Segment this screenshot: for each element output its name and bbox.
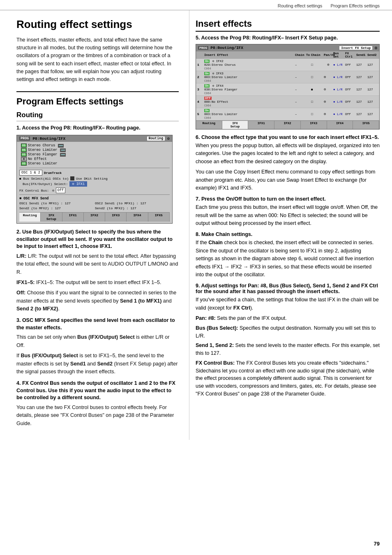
routing-device: PROG P8:Routing/IFX Routing ⚙ OS Stereo …	[16, 135, 173, 224]
effect-item-3: OS Stereo Flanger ━━	[21, 153, 170, 157]
ifx-tab-ifx5[interactable]: IFX5	[353, 121, 379, 129]
effect-box-2: OS	[21, 148, 27, 152]
rd-send-label: ■ OSC MFX Send	[19, 197, 170, 201]
effect-item-5: OS Stereo Limiter	[21, 162, 170, 166]
rd-tab-ifx5[interactable]: IFX5	[148, 213, 170, 222]
step-8-header: 8. Make Chain settings.	[196, 231, 380, 237]
rd-tab-ifx-setup[interactable]: IFXSetup	[41, 213, 62, 222]
rd-tab-dropdown[interactable]: Routing	[147, 136, 165, 141]
ifx-row-2: 2 On ⊙ IFX3 003:Stereo Limiter C064 – □ …	[196, 71, 379, 83]
ifx-tab-dropdown[interactable]: Insert FX Setup	[339, 46, 372, 50]
step-8: 8. Make Chain settings. If the Chain che…	[196, 231, 380, 279]
rd-osc-row-3: Bus(IFX/Output) Select: ⊙ IFX1	[19, 181, 170, 187]
rd-send-row-2: Send2 (to MFX2) : 127 Send2 (to MFX2) : …	[19, 206, 170, 210]
intro-text: The insert effects, master effects, and …	[16, 36, 179, 84]
ifx-row-1: 1 On ⊙ IFX2 029:Stereo Chorus C064 – □ ⊙…	[196, 59, 379, 71]
effect-name-3: Stereo Flanger	[28, 153, 57, 157]
step-7-header: 7. Press the On/Off button to turn on th…	[196, 196, 380, 202]
rd-tab-routing[interactable]: Routing	[19, 213, 41, 222]
ifx-header-left: PROG P8:Routing/IFX	[198, 45, 243, 51]
main-content: Routing effect settings The insert effec…	[0, 10, 392, 440]
effect-item-4: X No Effect	[21, 157, 170, 161]
effect-box-5: OS	[21, 162, 27, 166]
step-9-header: 9. Adjust settings for Pan: #8, Bus (Bus…	[196, 283, 380, 294]
effect-box-3: OS	[21, 153, 27, 157]
ifx-tab-ifx4[interactable]: IFX4	[327, 121, 353, 129]
ifx-on-2[interactable]: On	[204, 72, 210, 75]
rd-osc-row-2: ■ Bus Select(All OSCs to) Use DKit Setti…	[19, 176, 170, 180]
rd-tab-ifx2[interactable]: IFX2	[84, 213, 105, 222]
ifx-prog-tag: PROG	[198, 46, 208, 50]
step-7-content: Each time you press this button, the ins…	[196, 204, 380, 227]
page-title: Routing effect settings	[16, 18, 179, 30]
step-3-header: 3. OSC MFX Send specifies the send level…	[16, 317, 179, 331]
ifx-col-headers: Insert Effect Chain To Chain Pan/#8 Bus …	[196, 51, 379, 59]
step-2-body: L/R: L/R: The output will not be sent to…	[16, 252, 179, 313]
ifx-settings-icon[interactable]: ⚙	[374, 45, 377, 51]
rd-bus-btn[interactable]: ⊙ IFX1	[69, 181, 87, 187]
bus-term: Bus (Bus Select): Specifies the output d…	[196, 324, 380, 340]
ifx-row-5: 5 On 003:Stereo Limiter C064 – □ ⊙ ● L/R…	[196, 108, 379, 120]
step-4-body: You can use the two FX Control buses to …	[16, 404, 179, 428]
step-4: 4. FX Control Bus sends the output of os…	[16, 380, 179, 428]
rd-fx-ctrl-value: Off	[56, 187, 65, 193]
rd-tab-ifx1[interactable]: IFX1	[62, 213, 84, 222]
rd-tab-ifx3[interactable]: IFX3	[105, 213, 127, 222]
step-1-header: 1. Access the Prog P8: Routing/IFX– Rout…	[16, 125, 179, 132]
ifx-tab-routing[interactable]: Routing	[196, 121, 222, 129]
step-4-header: 4. FX Control Bus sends the output of os…	[16, 380, 179, 402]
effect-name-4: No Effect	[28, 157, 47, 161]
effect-name-1: Stereo Chorus	[28, 143, 55, 148]
ifx-on-3[interactable]: On	[204, 84, 210, 88]
rd-osc-row-1: OSC 1 & 2 DrumTrack	[19, 170, 170, 176]
ifx-tab-ifx3[interactable]: IFX3	[301, 121, 327, 129]
effect-box-4: X	[21, 157, 27, 161]
step-2: 2. Use Bus (IFX/Output) Select to specif…	[16, 229, 179, 313]
rd-tabs: Routing IFXSetup IFX1 IFX2 IFX3 IFX4 IFX…	[19, 212, 170, 222]
step-9-content: If you've specified a chain, the setting…	[196, 296, 380, 398]
rd-prog-tag: PROG	[19, 136, 30, 141]
ifx-on-1[interactable]: On	[204, 60, 210, 63]
rd-use-dkit-label: Use DKit Setting	[76, 177, 108, 180]
step-6: 6. Choose the effect type that you want …	[196, 134, 380, 192]
insert-effects-title: Insert effects	[196, 18, 380, 32]
header-title-1: Routing effect settings	[278, 3, 323, 8]
effect-name-2: Stereo Limiter	[28, 148, 57, 152]
step-6-header: 6. Choose the effect type that you want …	[196, 134, 380, 140]
effect-box-1: OS	[21, 143, 27, 148]
rd-osc-row-4: FX Control Bus: ⊙ Off	[19, 187, 170, 193]
ifx-row-3: 3 On ⊙ IFX4 038:Stereo Flanger C064 – ■ …	[196, 83, 379, 96]
step-7: 7. Press the On/Off button to turn on th…	[196, 196, 380, 227]
pan-term: Pan: #8: Sets the pan of the IFX output.	[196, 314, 380, 322]
effect-list: OS Stereo Chorus ━━ OS Stereo Limiter ━━…	[19, 143, 170, 166]
rd-use-dkit-check	[70, 176, 74, 180]
ifx-row-4: 4 Off 000:No Effect C064 – □ ⊙ ● L/R Off…	[196, 96, 379, 108]
rd-page-label: P8:Routing/IFX	[32, 136, 65, 141]
step-5-header: 5. Access the Prog P8: Routing/IFX– Inse…	[196, 35, 380, 41]
program-effects-title: Program Effects settings	[16, 96, 179, 107]
rd-body: OS Stereo Chorus ━━ OS Stereo Limiter ━━…	[17, 142, 172, 223]
ifx-tab-ifx1[interactable]: IFX1	[248, 121, 274, 129]
send-term: Send 1, Send 2: Sets the send levels to …	[196, 342, 380, 357]
rd-header-left: PROG P8:Routing/IFX	[19, 136, 65, 141]
rd-header-right: Routing ⚙	[147, 136, 170, 141]
step-6-content: When you press the popup button, all eff…	[196, 142, 380, 192]
rd-tab-ifx4[interactable]: IFX4	[127, 213, 148, 222]
ifx1-5-text: IFX1–5: The output will be sent to inser…	[36, 280, 161, 285]
section-divider-1	[16, 91, 179, 92]
rd-settings-icon[interactable]: ⚙	[167, 136, 170, 141]
page-header: Routing effect settings Program Effects …	[0, 0, 392, 10]
ifx-tab-ifx2[interactable]: IFX2	[274, 121, 301, 129]
ifx-off-4[interactable]: Off	[204, 97, 212, 100]
routing-title: Routing	[16, 111, 179, 121]
step-9: 9. Adjust settings for Pan: #8, Bus (Bus…	[196, 283, 380, 398]
header-title-2: Program Effects settings	[330, 3, 380, 8]
effect-name-5: Stereo Limiter	[28, 162, 57, 166]
ifx-header-right: Insert FX Setup ⚙	[339, 45, 377, 51]
ifx-page-label: P8:Routing/IFX	[210, 46, 243, 50]
header-section-titles: Routing effect settings Program Effects …	[278, 3, 380, 8]
rd-osc-section: OSC 1 & 2 DrumTrack ■ Bus Select(All OSC…	[19, 168, 170, 193]
step-1: 1. Access the Prog P8: Routing/IFX– Rout…	[16, 125, 179, 224]
ifx-on-5[interactable]: On	[204, 109, 210, 112]
ifx-tab-setup[interactable]: IFXSetup	[222, 121, 249, 129]
